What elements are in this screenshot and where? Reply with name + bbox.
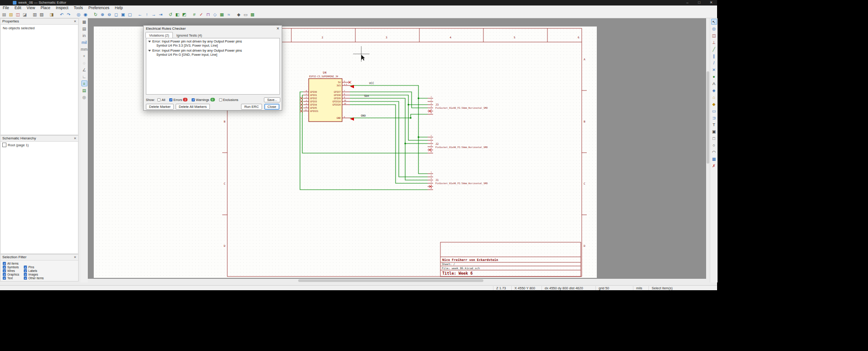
right-tool-icon[interactable]: ✗ — [711, 163, 717, 169]
selection-filter-item[interactable]: Images — [24, 273, 44, 276]
right-tool-icon[interactable]: ▣ — [711, 128, 717, 134]
menu-item[interactable]: Edit — [12, 5, 24, 11]
right-tool-icon[interactable]: ◈ — [711, 87, 717, 93]
toolbar-icon[interactable]: ▨ — [38, 11, 45, 17]
right-tool-icon[interactable]: ⊐ — [711, 115, 717, 121]
right-tool-icon[interactable]: ○ — [711, 142, 717, 148]
right-tool-icon[interactable]: T — [711, 122, 717, 128]
selection-filter-item[interactable]: All items — [3, 262, 19, 265]
toolbar-icon[interactable]: ◎ — [75, 11, 82, 17]
checkbox[interactable] — [24, 266, 27, 269]
toolbar-icon[interactable]: ◩ — [181, 11, 188, 17]
checkbox[interactable] — [24, 269, 27, 272]
erc-dialog-title[interactable]: Electrical Rules Checker ✕ — [144, 26, 282, 32]
selection-filter-item[interactable]: Text — [3, 277, 19, 280]
left-tool-icon[interactable]: ∠ — [81, 67, 87, 73]
left-tool-icon[interactable]: ∟ — [81, 74, 87, 80]
selection-filter-item[interactable]: Wires — [3, 269, 19, 272]
close-icon[interactable]: ✕ — [74, 136, 76, 141]
selection-filter-item[interactable]: Other items — [24, 277, 44, 280]
menu-item[interactable]: Tools — [71, 5, 86, 11]
toolbar-icon[interactable]: ▭ — [242, 11, 249, 17]
toolbar-icon[interactable]: ⊖ — [106, 11, 113, 17]
checkbox[interactable] — [3, 269, 6, 272]
right-tool-icon[interactable]: ✕ — [711, 67, 717, 73]
toolbar-icon[interactable]: ▢ — [127, 11, 133, 17]
right-tool-icon[interactable]: ◫ — [711, 32, 717, 38]
checkbox[interactable] — [192, 98, 195, 101]
delete-marker-button[interactable]: Delete All Markers — [176, 104, 210, 110]
close-icon[interactable]: ✕ — [276, 26, 279, 32]
erc-tab[interactable]: Violations (2) — [145, 32, 173, 38]
checkbox[interactable] — [3, 277, 6, 280]
toolbar-icon[interactable]: # — [191, 11, 198, 17]
right-tool-icon[interactable]: ▦ — [711, 156, 717, 162]
erc-error-detail[interactable]: Symbol U4 Pin 3.3 [3V3, Power input, Lin… — [146, 43, 279, 48]
right-tool-icon[interactable]: ╱ — [711, 46, 717, 52]
toolbar-icon[interactable]: ◻ — [113, 11, 119, 17]
left-tool-icon[interactable]: ◌ — [81, 60, 87, 66]
erc-error-message[interactable]: Error: Input Power pin not driven by any… — [152, 48, 242, 53]
left-tool-icon[interactable]: ◎ — [81, 94, 87, 100]
hierarchy-root-item[interactable]: Root (page 1) — [1, 142, 78, 148]
right-tool-icon[interactable]: □ — [711, 135, 717, 141]
right-tool-icon[interactable]: ◠ — [711, 149, 717, 155]
erc-tab[interactable]: Ignored Tests (4) — [173, 32, 206, 38]
toolbar-icon[interactable]: ≈ — [225, 11, 232, 17]
selection-filter-item[interactable]: Graphics — [3, 273, 19, 276]
minimize-button[interactable]: – — [681, 0, 693, 5]
menu-item[interactable]: Place — [38, 5, 53, 11]
toolbar-icon[interactable]: ◪ — [21, 11, 28, 17]
toolbar-icon[interactable]: ◉ — [82, 11, 89, 17]
menu-item[interactable]: Preferences — [86, 5, 112, 11]
right-tool-icon[interactable]: ▭ — [711, 108, 717, 114]
erc-filter-checkbox[interactable]: Exclusions — [219, 98, 238, 101]
left-tool-icon[interactable]: in — [81, 32, 87, 38]
right-tool-icon[interactable]: ⌂ — [711, 94, 717, 100]
right-tool-icon[interactable]: ⊥ — [711, 39, 717, 45]
toolbar-icon[interactable]: ↻ — [92, 11, 99, 17]
save-button[interactable]: Save... — [264, 97, 280, 102]
selection-filter-item[interactable]: Labels — [24, 269, 44, 272]
left-tool-icon[interactable]: ▦ — [81, 19, 87, 25]
left-tool-icon[interactable]: mm — [81, 46, 87, 52]
checkbox[interactable] — [24, 277, 27, 280]
menu-item[interactable]: File — [0, 5, 12, 11]
erc-error-detail[interactable]: Symbol U4 Pin G [GND, Power input, Line] — [146, 53, 279, 57]
delete-marker-button[interactable]: Delete Marker — [146, 104, 174, 110]
toolbar-icon[interactable]: ⊕ — [99, 11, 106, 17]
menu-item[interactable]: View — [24, 5, 38, 11]
checkbox[interactable] — [157, 98, 161, 101]
checkbox[interactable] — [24, 273, 27, 276]
erc-filter-checkbox[interactable]: All — [157, 98, 165, 101]
left-tool-icon[interactable]: ≡ — [81, 80, 87, 86]
toolbar-icon[interactable]: ◇ — [212, 11, 218, 17]
toolbar-icon[interactable]: ◫ — [15, 11, 21, 17]
right-tool-icon[interactable]: ↖ — [711, 19, 717, 25]
checkbox[interactable] — [169, 98, 172, 101]
close-icon[interactable]: ✕ — [74, 19, 76, 24]
toolbar-icon[interactable]: ▩ — [249, 11, 256, 17]
right-tool-icon[interactable]: ◎ — [711, 26, 717, 32]
expand-chevron-icon[interactable] — [148, 49, 151, 52]
selection-filter-item[interactable]: Symbols — [3, 266, 19, 269]
right-tool-icon[interactable]: ∥ — [711, 53, 717, 59]
toolbar-icon[interactable]: ◧ — [174, 11, 181, 17]
maximize-button[interactable]: □ — [693, 0, 705, 5]
erc-violations-list[interactable]: Error: Input Power pin not driven by any… — [146, 38, 280, 95]
right-tool-icon[interactable]: / — [711, 60, 717, 66]
left-tool-icon[interactable]: mil — [81, 39, 87, 45]
left-tool-icon[interactable]: ▤ — [81, 26, 87, 32]
menu-item[interactable]: Help — [112, 5, 125, 11]
toolbar-icon[interactable]: ⊓ — [205, 11, 211, 17]
right-tool-icon[interactable]: ● — [711, 74, 717, 80]
checkbox[interactable] — [3, 273, 6, 276]
checkbox[interactable] — [3, 266, 6, 269]
menu-item[interactable]: Inspect — [53, 5, 71, 11]
close-button[interactable]: ✕ — [705, 0, 717, 5]
left-tool-icon[interactable]: ▤ — [81, 87, 87, 93]
vertical-scrollbar[interactable] — [706, 18, 710, 282]
toolbar-icon[interactable]: ▣ — [120, 11, 126, 17]
left-tool-icon[interactable]: + — [81, 53, 87, 59]
horizontal-scrollbar[interactable] — [88, 279, 706, 282]
